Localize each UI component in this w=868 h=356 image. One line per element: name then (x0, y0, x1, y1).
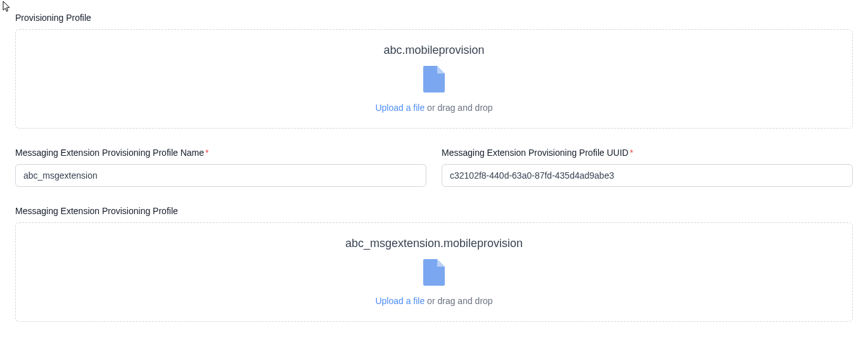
file-icon (423, 259, 445, 286)
msg-ext-profile-uuid-input[interactable] (442, 164, 853, 187)
drag-drop-text: or drag and drop (424, 103, 492, 113)
msg-ext-profile-dropzone[interactable]: abc_msgextension.mobileprovision Upload … (15, 222, 853, 322)
provisioning-profile-label: Provisioning Profile (15, 13, 853, 23)
required-asterisk: * (630, 148, 633, 158)
drag-drop-text: or drag and drop (424, 296, 492, 306)
dropzone-filename: abc.mobileprovision (29, 44, 839, 57)
upload-instruction: Upload a file or drag and drop (29, 103, 839, 113)
msg-ext-profile-name-input[interactable] (15, 164, 426, 187)
dropzone-filename: abc_msgextension.mobileprovision (29, 237, 839, 250)
upload-file-link[interactable]: Upload a file (375, 103, 424, 113)
upload-file-link[interactable]: Upload a file (375, 296, 424, 306)
msg-ext-profile-uuid-label: Messaging Extension Provisioning Profile… (442, 148, 853, 158)
upload-instruction: Upload a file or drag and drop (29, 296, 839, 306)
msg-ext-profile-name-label: Messaging Extension Provisioning Profile… (15, 148, 426, 158)
cursor-icon (3, 1, 11, 13)
file-icon (423, 66, 445, 92)
msg-ext-profile-label: Messaging Extension Provisioning Profile (15, 206, 853, 216)
provisioning-profile-dropzone[interactable]: abc.mobileprovision Upload a file or dra… (15, 29, 853, 129)
required-asterisk: * (205, 148, 208, 158)
